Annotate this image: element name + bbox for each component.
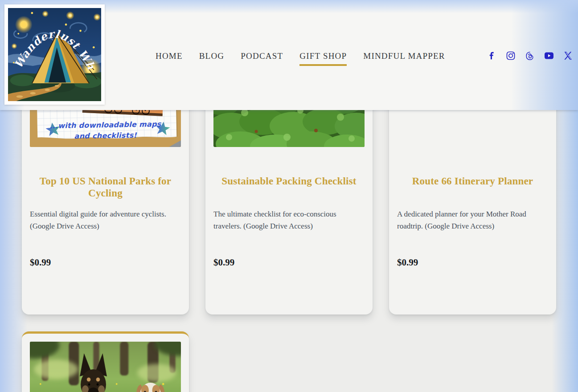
- x-twitter-icon[interactable]: [564, 51, 573, 61]
- site-logo[interactable]: Wanderlust Whispers: [4, 4, 105, 105]
- product-image-two-dogs-meadow: [30, 342, 181, 392]
- main-nav: HOME BLOG PODCAST GIFT SHOP MINDFUL MAPP…: [156, 51, 445, 66]
- site-header: Wanderlust Whispers HOME BLOG PODCAST GI…: [0, 0, 578, 110]
- nav-item-blog[interactable]: BLOG: [199, 51, 225, 61]
- instagram-icon[interactable]: [506, 51, 515, 61]
- facebook-icon[interactable]: [487, 51, 496, 61]
- product-price: $0.99: [213, 257, 365, 268]
- threads-icon[interactable]: [525, 51, 534, 61]
- nav-item-mindful-mapper[interactable]: MINDFUL MAPPER: [363, 51, 445, 61]
- nav-item-podcast[interactable]: PODCAST: [241, 51, 283, 61]
- product-description: The ultimate checklist for eco-conscious…: [213, 208, 365, 232]
- product-title[interactable]: Sustainable Packing Checklist: [217, 175, 361, 204]
- product-price: $0.99: [397, 257, 548, 268]
- nav-item-gift-shop[interactable]: GIFT SHOP: [299, 51, 347, 66]
- product-price: $0.99: [30, 257, 181, 268]
- logo-tent-painting: Wanderlust Whispers: [8, 8, 101, 101]
- social-links: [487, 51, 573, 61]
- product-description: Essential digital guide for adventure cy…: [30, 208, 181, 232]
- product-title[interactable]: Top 10 US National Parks for Cycling: [33, 175, 177, 204]
- product-description: A dedicated planner for your Mother Road…: [397, 208, 548, 232]
- nav-item-home[interactable]: HOME: [156, 51, 183, 61]
- product-card-dogs[interactable]: [22, 331, 189, 392]
- product-title[interactable]: Route 66 Itinerary Planner: [401, 175, 545, 204]
- youtube-icon[interactable]: [545, 51, 553, 61]
